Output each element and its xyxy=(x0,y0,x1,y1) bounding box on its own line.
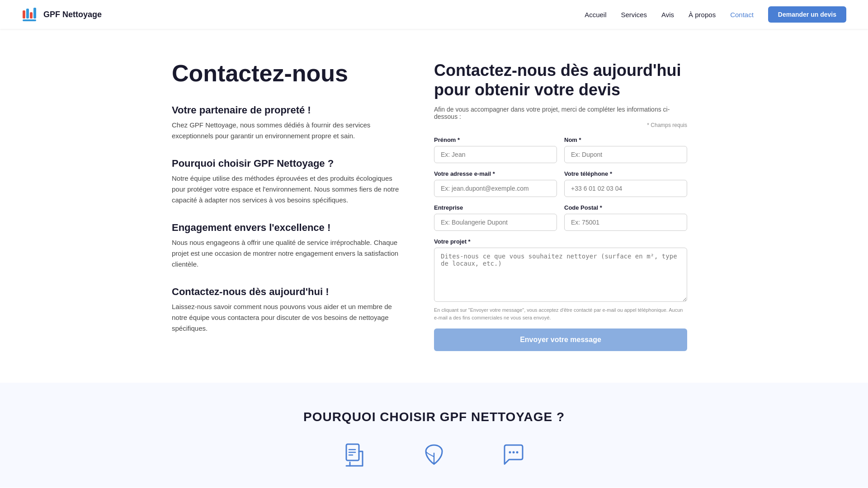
telephone-group: Votre téléphone * xyxy=(564,170,687,197)
svg-rect-0 xyxy=(23,10,25,19)
prenom-input[interactable] xyxy=(434,146,557,163)
feature-title-2: Pourquoi choisir GPF Nettoyage ? xyxy=(172,158,407,169)
nav-accueil[interactable]: Accueil xyxy=(585,11,606,19)
svg-point-11 xyxy=(516,451,519,454)
email-label: Votre adresse e-mail * xyxy=(434,170,557,177)
svg-point-10 xyxy=(513,451,515,454)
feature-title-1: Votre partenaire de propreté ! xyxy=(172,104,407,116)
logo-text: GPF Nettoyage xyxy=(43,10,102,19)
bottom-icon-item-3 xyxy=(501,442,526,469)
form-disclaimer: En cliquant sur "Envoyer votre message",… xyxy=(434,306,687,321)
projet-group: Votre projet * xyxy=(434,238,687,302)
leaf-icon xyxy=(421,442,447,469)
prenom-nom-row: Prénom * Nom * xyxy=(434,136,687,163)
email-tel-row: Votre adresse e-mail * Votre téléphone * xyxy=(434,170,687,197)
feature-block-4: Contactez-nous dès aujourd'hui ! Laissez… xyxy=(172,286,407,334)
logo-icon xyxy=(22,6,39,23)
entreprise-input[interactable] xyxy=(434,214,557,231)
required-note: * Champs requis xyxy=(434,122,687,128)
form-title: Contactez-nous dès aujourd'hui pour obte… xyxy=(434,61,687,99)
svg-rect-2 xyxy=(30,12,33,19)
feature-title-3: Engagement envers l'excellence ! xyxy=(172,222,407,234)
feature-block-2: Pourquoi choisir GPF Nettoyage ? Notre é… xyxy=(172,158,407,206)
nav-contact[interactable]: Contact xyxy=(730,11,754,19)
feature-desc-2: Notre équipe utilise des méthodes éprouv… xyxy=(172,173,407,206)
nom-input[interactable] xyxy=(564,146,687,163)
nom-label: Nom * xyxy=(564,136,687,143)
right-column: Contactez-nous dès aujourd'hui pour obte… xyxy=(434,61,687,351)
feature-desc-4: Laissez-nous savoir comment nous pouvons… xyxy=(172,301,407,334)
svg-rect-1 xyxy=(26,9,29,19)
logo[interactable]: GPF Nettoyage xyxy=(22,6,102,23)
svg-rect-3 xyxy=(33,8,36,19)
bottom-section: POURQUOI CHOISIR GPF NETTOYAGE ? xyxy=(0,383,868,488)
entreprise-postal-row: Entreprise Code Postal * xyxy=(434,204,687,231)
main-section: Contactez-nous Votre partenaire de propr… xyxy=(118,29,750,383)
svg-point-9 xyxy=(509,451,511,454)
email-input[interactable] xyxy=(434,180,557,197)
nav-avis[interactable]: Avis xyxy=(661,11,674,19)
bottom-icons xyxy=(54,442,814,469)
submit-button[interactable]: Envoyer votre message xyxy=(434,328,687,351)
code-postal-input[interactable] xyxy=(564,214,687,231)
svg-rect-4 xyxy=(23,19,36,21)
projet-textarea[interactable] xyxy=(434,248,687,302)
nav-links: Accueil Services Avis À propos Contact D… xyxy=(585,6,846,23)
bottom-title: POURQUOI CHOISIR GPF NETTOYAGE ? xyxy=(54,410,814,424)
feature-desc-3: Nous nous engageons à offrir une qualité… xyxy=(172,237,407,270)
entreprise-label: Entreprise xyxy=(434,204,557,211)
nav-apropos[interactable]: À propos xyxy=(689,11,716,19)
feature-desc-1: Chez GPF Nettoyage, nous sommes dédiés à… xyxy=(172,120,407,141)
telephone-input[interactable] xyxy=(564,180,687,197)
chat-icon xyxy=(501,442,526,469)
email-group: Votre adresse e-mail * xyxy=(434,170,557,197)
contact-form: Prénom * Nom * Votre adresse e-mail * Vo… xyxy=(434,136,687,351)
code-postal-label: Code Postal * xyxy=(564,204,687,211)
projet-label: Votre projet * xyxy=(434,238,687,245)
entreprise-group: Entreprise xyxy=(434,204,557,231)
telephone-label: Votre téléphone * xyxy=(564,170,687,177)
page-title: Contactez-nous xyxy=(172,61,407,86)
feature-title-4: Contactez-nous dès aujourd'hui ! xyxy=(172,286,407,298)
bottom-icon-item-1 xyxy=(342,442,367,469)
left-column: Contactez-nous Votre partenaire de propr… xyxy=(172,61,407,351)
code-postal-group: Code Postal * xyxy=(564,204,687,231)
document-icon xyxy=(342,442,367,469)
feature-block-3: Engagement envers l'excellence ! Nous no… xyxy=(172,222,407,270)
nav-services[interactable]: Services xyxy=(621,11,647,19)
prenom-label: Prénom * xyxy=(434,136,557,143)
prenom-group: Prénom * xyxy=(434,136,557,163)
nom-group: Nom * xyxy=(564,136,687,163)
nav-cta-button[interactable]: Demander un devis xyxy=(768,6,846,23)
feature-block-1: Votre partenaire de propreté ! Chez GPF … xyxy=(172,104,407,141)
bottom-icon-item-2 xyxy=(421,442,447,469)
form-subtitle: Afin de vous accompagner dans votre proj… xyxy=(434,106,687,120)
